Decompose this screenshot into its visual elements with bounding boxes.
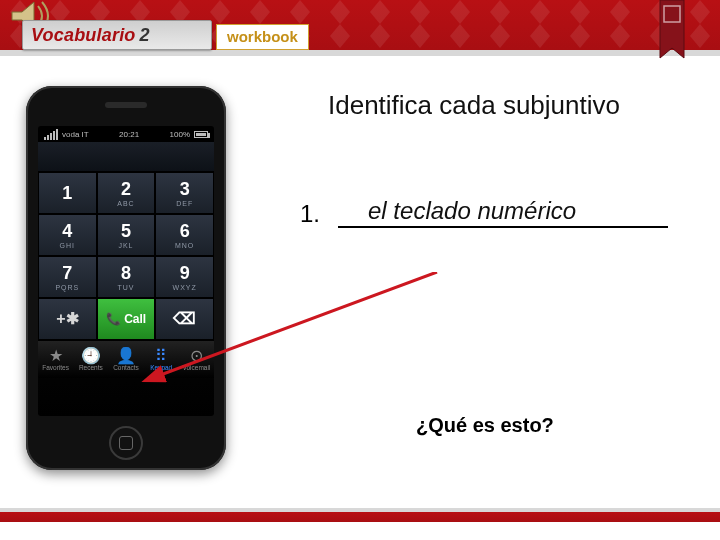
keypad-call-button: 📞 Call [97,298,156,340]
key-digit: 7 [62,264,72,282]
key-letters: TUV [117,284,134,291]
key-digit: +✱ [56,311,78,327]
keypad-key-9: 9WXYZ [155,256,214,298]
question-line: 1. el teclado numérico [300,194,668,228]
tab-label: Favorites [42,364,69,371]
keypad-key-7: 7PQRS [38,256,97,298]
vocab-title-number: 2 [140,25,150,46]
key-letters: MNO [175,242,194,249]
answer-text: el teclado numérico [368,197,576,225]
key-digit: ⌫ [173,311,196,327]
answer-underline [338,226,668,228]
keypad-key-6: 6MNO [155,214,214,256]
key-digit: 1 [62,184,72,202]
keypad-key-4: 4GHI [38,214,97,256]
bookmark-icon [658,0,686,66]
workbook-tab[interactable]: workbook [216,24,309,50]
contacts-icon: 👤 [119,348,133,362]
phone-keypad: 12ABC3DEF4GHI5JKL6MNO7PQRS8TUV9WXYZ+✱📞 C… [38,172,214,340]
key-digit: 8 [121,264,131,282]
tab-label: Voicemail [183,364,211,371]
phone-home-button [109,426,143,460]
instruction-text: Identifica cada subjuntivo [328,90,620,121]
keypad-key-2: 2ABC [97,172,156,214]
key-letters: ABC [117,200,134,207]
answer-blank: el teclado numérico [338,194,668,228]
keypad-key-+✱: +✱ [38,298,97,340]
phone-tab-contacts: 👤Contacts [108,341,143,378]
key-letters: JKL [118,242,133,249]
keypad-key-8: 8TUV [97,256,156,298]
key-letters: WXYZ [173,284,197,291]
phone-statusbar: voda IT 20:21 100% [38,126,214,142]
question-number: 1. [300,200,320,228]
phone-illustration: voda IT 20:21 100% 12ABC3DEF4GHI5JKL6MNO… [26,86,226,470]
phone-tab-keypad: ⠿Keypad [144,341,179,378]
battery-pct: 100% [170,130,190,139]
header-underline [0,50,720,56]
tab-label: Recents [79,364,103,371]
key-digit: 6 [180,222,190,240]
phone-tab-favorites: ★Favorites [38,341,73,378]
recents-icon: 🕘 [84,348,98,362]
key-digit: 📞 Call [106,313,146,325]
workbook-label: workbook [227,28,298,45]
key-letters: PQRS [55,284,79,291]
key-digit: 4 [62,222,72,240]
battery-icon [194,131,208,138]
carrier-label: voda IT [62,130,89,139]
key-digit: 3 [180,180,190,198]
keypad-key-3: 3DEF [155,172,214,214]
keypad-key-1: 1 [38,172,97,214]
prompt-question: ¿Qué es esto? [416,414,554,437]
vocab-title-text: Vocabulario [31,25,136,46]
tab-label: Contacts [113,364,139,371]
footer-bar [0,512,720,522]
phone-tabbar: ★Favorites🕘Recents👤Contacts⠿Keypad⊙Voice… [38,340,214,378]
phone-earpiece [105,102,147,108]
vocab-title-plate: Vocabulario 2 [22,20,212,50]
phone-tab-voicemail: ⊙Voicemail [179,341,214,378]
key-digit: 5 [121,222,131,240]
signal-bars-icon [44,129,58,140]
keypad-key-5: 5JKL [97,214,156,256]
phone-screen: voda IT 20:21 100% 12ABC3DEF4GHI5JKL6MNO… [38,126,214,416]
phone-tab-recents: 🕘Recents [73,341,108,378]
key-digit: 2 [121,180,131,198]
favorites-icon: ★ [49,348,63,362]
key-letters: GHI [60,242,75,249]
keypad-backspace: ⌫ [155,298,214,340]
keypad-icon: ⠿ [154,348,168,362]
key-digit: 9 [180,264,190,282]
key-letters: DEF [176,200,193,207]
tab-label: Keypad [150,364,172,371]
statusbar-time: 20:21 [119,130,139,139]
voicemail-icon: ⊙ [189,348,203,362]
dial-number-display [38,142,214,172]
